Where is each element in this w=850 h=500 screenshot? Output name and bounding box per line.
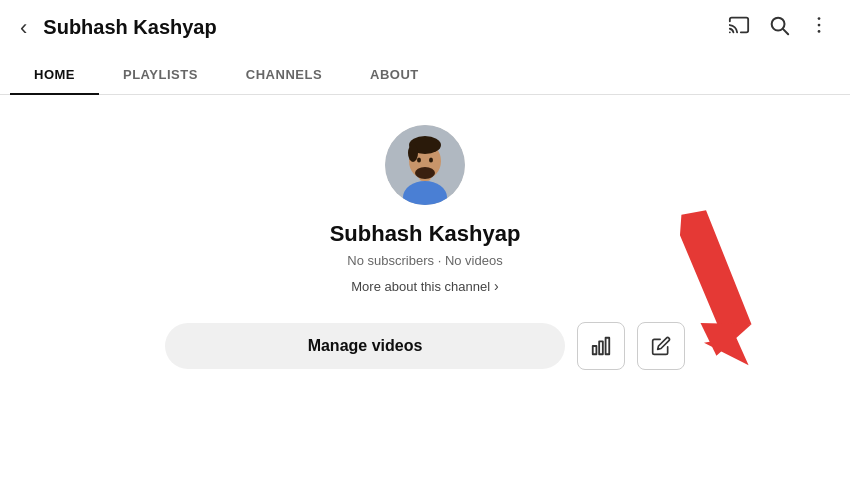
svg-point-5	[818, 30, 821, 33]
svg-rect-16	[599, 341, 603, 354]
manage-videos-button[interactable]: Manage videos	[165, 323, 565, 369]
analytics-button[interactable]	[577, 322, 625, 370]
svg-point-4	[818, 24, 821, 27]
svg-point-11	[408, 144, 418, 162]
svg-point-3	[818, 17, 821, 20]
cast-icon[interactable]	[728, 14, 750, 41]
tab-channels[interactable]: CHANNELS	[222, 55, 346, 94]
channel-stats: No subscribers · No videos	[347, 253, 502, 268]
svg-line-2	[783, 29, 788, 34]
more-options-icon[interactable]	[808, 14, 830, 41]
tab-about[interactable]: ABOUT	[346, 55, 443, 94]
svg-rect-17	[606, 338, 610, 355]
search-icon[interactable]	[768, 14, 790, 41]
more-about-link[interactable]: More about this channel ›	[351, 278, 498, 294]
back-button[interactable]: ‹	[20, 15, 27, 41]
page-title: Subhash Kashyap	[43, 16, 716, 39]
tab-home[interactable]: HOME	[10, 55, 99, 94]
edit-button[interactable]	[637, 322, 685, 370]
channel-name: Subhash Kashyap	[330, 221, 521, 247]
bottom-actions: Manage videos	[145, 322, 705, 370]
header: ‹ Subhash Kashyap	[0, 0, 850, 55]
stats-separator: ·	[438, 253, 442, 268]
header-icons	[728, 14, 830, 41]
chevron-right-icon: ›	[494, 278, 499, 294]
subscribers-count: No subscribers	[347, 253, 434, 268]
channel-content: Subhash Kashyap No subscribers · No vide…	[0, 95, 850, 390]
svg-rect-15	[593, 346, 597, 354]
more-about-label: More about this channel	[351, 279, 490, 294]
tab-playlists[interactable]: PLAYLISTS	[99, 55, 222, 94]
svg-point-14	[429, 158, 433, 163]
svg-point-13	[417, 158, 421, 163]
videos-count: No videos	[445, 253, 503, 268]
avatar	[385, 125, 465, 205]
svg-point-12	[415, 167, 435, 179]
nav-tabs: HOME PLAYLISTS CHANNELS ABOUT	[0, 55, 850, 95]
